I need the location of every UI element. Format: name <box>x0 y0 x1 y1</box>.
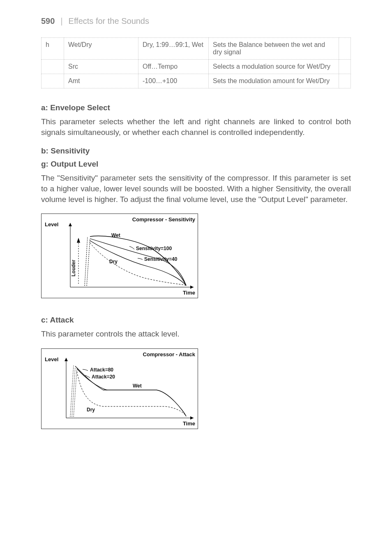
section-title: Effects for the Sounds <box>69 16 149 26</box>
label-dry: Dry <box>87 407 95 413</box>
y-axis-label: Level <box>45 221 58 227</box>
arrow-up-icon <box>69 223 72 226</box>
transient-rise <box>72 367 75 417</box>
leader-s40 <box>138 258 143 260</box>
leader-a80 <box>83 369 88 371</box>
curve-wet <box>103 390 186 416</box>
paragraph-c: This parameter controls the attack level… <box>41 329 351 339</box>
transient-rise <box>85 237 88 286</box>
paragraph-bg: The "Sensitivity" parameter sets the sen… <box>41 173 351 204</box>
table-row: Amt -100…+100 Sets the modulation amount… <box>42 74 351 88</box>
table-cell-desc: Sets the modulation amount for Wet/Dry <box>209 74 339 88</box>
label-a80: Attack=80 <box>90 367 113 373</box>
diagram-attack-svg: Compressor - Attack Level Time Attack=80… <box>42 349 198 427</box>
arrow-right-icon <box>190 416 194 420</box>
diagram-sensitivity: Compressor - Sensitivity Level Time Loud… <box>41 214 198 298</box>
transient-rise <box>74 369 77 417</box>
x-axis-label: Time <box>183 290 195 296</box>
axes <box>65 358 194 420</box>
table-cell-range: Dry, 1:99…99:1, Wet <box>138 38 209 60</box>
table-cell-key: h <box>42 38 64 60</box>
diagram-title: Compressor - Attack <box>143 351 196 357</box>
transient-rise <box>70 365 74 417</box>
label-s40: Sensitivity=40 <box>144 256 178 262</box>
diagram-title: Compressor - Sensitivity <box>132 216 196 223</box>
table-cell-key <box>42 60 64 74</box>
table-cell-desc: Selects a modulation source for Wet/Dry <box>209 60 339 74</box>
arrow-right-icon <box>190 285 194 289</box>
y-axis-label: Level <box>45 356 58 362</box>
table-cell-name: Src <box>64 60 138 74</box>
header-separator: | <box>60 16 62 26</box>
page-number: 590 <box>41 16 55 26</box>
label-wet: Wet <box>111 232 120 238</box>
table-cell-range: Off…Tempo <box>138 60 209 74</box>
table-cell-end <box>339 60 351 74</box>
page-header: 590 | Effects for the Sounds <box>41 16 351 26</box>
table-cell-end <box>339 38 351 60</box>
subhead-g: g: Output Level <box>41 160 351 169</box>
leader-s100 <box>129 246 134 249</box>
paragraph-a: This parameter selects whether the left … <box>41 116 351 137</box>
parameter-table: h Wet/Dry Dry, 1:99…99:1, Wet Sets the B… <box>41 37 351 88</box>
x-axis-label: Time <box>183 420 195 427</box>
table-cell-range: -100…+100 <box>138 74 209 88</box>
table-cell-end <box>339 74 351 88</box>
arrow-up-icon <box>77 238 80 243</box>
table-cell-name: Amt <box>64 74 138 88</box>
table-row: h Wet/Dry Dry, 1:99…99:1, Wet Sets the B… <box>42 38 351 60</box>
table-cell-desc: Sets the Balance between the wet and dry… <box>209 38 339 60</box>
louder-label: Louder <box>71 260 76 276</box>
label-a20: Attack=20 <box>92 374 115 380</box>
diagram-attack: Compressor - Attack Level Time Attack=80… <box>41 348 198 429</box>
subhead-a: a: Envelope Select <box>41 103 351 112</box>
subhead-c: c: Attack <box>41 316 351 325</box>
page: 590 | Effects for the Sounds h Wet/Dry D… <box>0 0 392 557</box>
arrow-up-icon <box>65 358 68 361</box>
table-row: Src Off…Tempo Selects a modulation sourc… <box>42 60 351 74</box>
label-s100: Sensitivity=100 <box>136 246 172 251</box>
label-dry: Dry <box>109 259 118 265</box>
subhead-b: b: Sensitivity <box>41 146 351 155</box>
table-cell-name: Wet/Dry <box>64 38 138 60</box>
diagram-sensitivity-svg: Compressor - Sensitivity Level Time Loud… <box>42 214 198 296</box>
label-wet: Wet <box>133 383 142 389</box>
table-cell-key <box>42 74 64 88</box>
louder-label-group: Louder <box>71 238 80 284</box>
